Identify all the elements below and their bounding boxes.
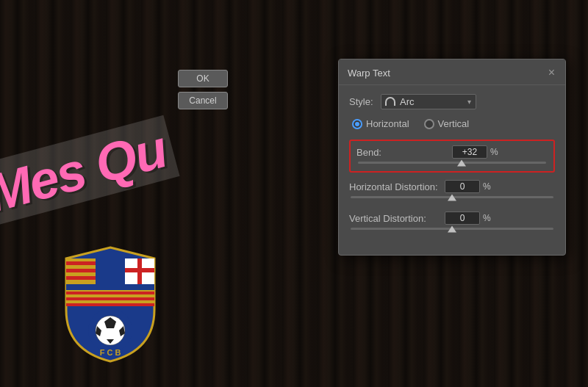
- hdist-slider-thumb[interactable]: [448, 194, 456, 200]
- radio-horizontal-label: Horizontal: [366, 118, 409, 129]
- style-select[interactable]: Arc ▾: [381, 94, 476, 109]
- vdist-label: Vertical Distortion:: [349, 213, 445, 224]
- dialog-close-button[interactable]: ×: [547, 67, 556, 79]
- svg-rect-3: [66, 269, 96, 272]
- svg-rect-12: [66, 303, 154, 306]
- warp-text-dialog: Warp Text × Style: Arc ▾ Horizontal: [338, 59, 566, 256]
- radio-vertical[interactable]: Vertical: [424, 118, 470, 129]
- chevron-down-icon: ▾: [467, 98, 471, 106]
- radio-vertical-indicator: [424, 119, 434, 129]
- dialog-buttons: OK Cancel: [178, 70, 228, 109]
- hdist-slider-container: [349, 196, 555, 204]
- vdist-param-row: Vertical Distortion: %: [349, 211, 555, 225]
- hdist-slider-track[interactable]: [351, 196, 553, 198]
- svg-rect-4: [66, 276, 96, 280]
- bend-slider-thumb[interactable]: [457, 159, 466, 166]
- vdist-slider-container: [349, 228, 555, 236]
- style-label: Style:: [349, 96, 375, 107]
- svg-rect-10: [66, 292, 154, 294]
- bend-slider-container: [356, 162, 548, 170]
- svg-text:F C B: F C B: [100, 348, 121, 357]
- radio-vertical-label: Vertical: [438, 118, 470, 129]
- svg-rect-11: [66, 297, 154, 300]
- bend-slider-track[interactable]: [358, 162, 546, 164]
- arc-icon: [384, 97, 396, 107]
- radio-row: Horizontal Vertical: [349, 118, 555, 129]
- hdist-unit: %: [483, 181, 491, 192]
- fcb-badge: F C B: [59, 244, 162, 365]
- hdist-param-row: Horizontal Distortion: %: [349, 180, 555, 193]
- vdist-unit: %: [483, 213, 491, 223]
- dialog-titlebar: Warp Text ×: [339, 59, 565, 85]
- radio-horizontal-indicator: [352, 119, 362, 129]
- dialog-body: Style: Arc ▾ Horizontal Vertical: [339, 85, 565, 255]
- vdist-section: Vertical Distortion: %: [349, 211, 555, 236]
- style-value: Arc: [400, 96, 415, 107]
- radio-horizontal[interactable]: Horizontal: [352, 118, 409, 129]
- svg-rect-2: [66, 261, 96, 265]
- bend-unit: %: [490, 147, 498, 157]
- hdist-input[interactable]: [445, 180, 480, 193]
- ok-button[interactable]: OK: [178, 70, 228, 87]
- vdist-input[interactable]: [445, 211, 480, 225]
- bend-param-row: Bend: %: [356, 145, 548, 159]
- bend-section: Bend: %: [349, 140, 555, 173]
- cancel-button[interactable]: Cancel: [178, 92, 228, 109]
- vdist-slider-track[interactable]: [351, 228, 553, 230]
- svg-rect-7: [125, 268, 154, 272]
- hdist-section: Horizontal Distortion: %: [349, 180, 555, 204]
- svg-rect-8: [66, 284, 154, 290]
- bend-label: Bend:: [356, 147, 452, 158]
- vdist-slider-thumb[interactable]: [448, 225, 456, 232]
- style-row: Style: Arc ▾: [349, 94, 555, 109]
- dialog-title: Warp Text: [348, 68, 390, 79]
- bend-input[interactable]: [452, 145, 487, 159]
- hdist-label: Horizontal Distortion:: [349, 181, 445, 192]
